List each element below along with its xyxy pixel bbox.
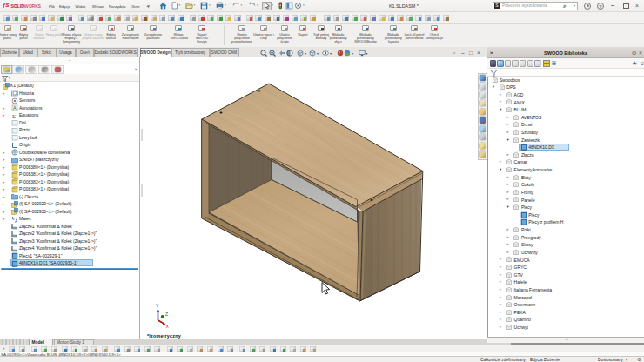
svg-text:Z: Z [165,312,168,317]
svg-text:Σ: Σ [12,113,16,119]
svg-text:X: X [166,324,170,329]
svg-text:A: A [13,105,17,111]
svg-text:Y: Y [156,303,159,308]
